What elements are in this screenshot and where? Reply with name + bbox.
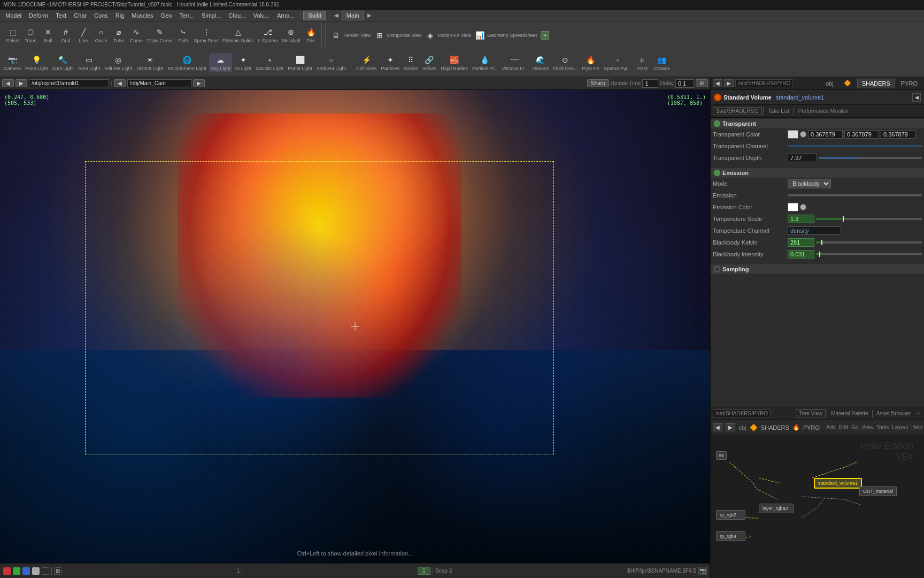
viewport-cam-next[interactable]: ▶ [193,79,205,87]
transparent-depth-input[interactable] [788,154,817,162]
toolbar-null[interactable]: ✕Null [40,26,57,44]
node-layout-btn[interactable]: Layout [892,424,908,430]
node-canvas[interactable]: Indie Edition VEX n6 [711,435,924,578]
emission-color-swatch[interactable] [788,203,798,211]
tab-shaders[interactable]: SHADERS [857,79,895,88]
node-layer-rgba2[interactable]: layer_rgba2 [759,504,794,513]
lights-camera[interactable]: 📷Camera [2,54,22,72]
tab-pyro[interactable]: PYRO [897,79,922,88]
node-small-1[interactable]: n6 [716,451,727,460]
viewport-settings-btn[interactable]: ⚙ [696,79,708,87]
toolbar-draw-curve[interactable]: ✎Draw Curve [145,26,174,44]
menu-terr[interactable]: Terr... [176,11,197,20]
performance-monitor-tab[interactable]: Performance Monitor [795,108,851,115]
node-view-btn[interactable]: View [861,424,873,430]
toolbar-motion-fx[interactable]: ◈ Motion FX View [423,29,473,42]
menu-rig[interactable]: Rig [112,11,128,20]
lights-spot[interactable]: 🔦Spot Light [51,54,76,72]
toolbar-curve[interactable]: ∿Curve [128,26,145,44]
kelvin-handle[interactable] [821,240,822,245]
intensity-input[interactable] [788,250,814,258]
color-swatch-green[interactable] [13,567,20,575]
lights-oceans[interactable]: 🌊Oceans [530,54,550,72]
node-tools-btn[interactable]: Tools [876,424,889,430]
menu-text[interactable]: Text [52,11,70,20]
lights-distant[interactable]: ☀Distant Light [135,54,165,72]
menu-cons[interactable]: Cons [91,11,111,20]
lights-area[interactable]: ▭Area Light [76,54,102,72]
node-rp-rgb4[interactable]: rp_rgb4 [716,531,745,541]
lights-crowds[interactable]: 👥Crowds [652,54,672,72]
toolbar-select[interactable]: ⬚Select [4,26,21,44]
lights-grains[interactable]: ⠿Grains [402,54,420,72]
temp-scale-handle[interactable] [843,216,844,222]
lights-fem[interactable]: ⌗FEM [634,54,651,72]
nav-arrow-left[interactable]: ◀ [334,12,338,18]
toolbar-render-view[interactable]: 🖥 Render View [329,29,372,42]
ipr-back-2[interactable]: ◀ [713,423,722,431]
node-help-btn[interactable]: Help [911,424,922,430]
node-pyro-tab[interactable]: PYRO [803,424,820,431]
quality-btn[interactable]: Sharp [587,79,609,87]
material-palette-tab[interactable]: Material Palette [828,410,871,417]
node-rp-rgb2[interactable]: rp_rgb2 [716,510,745,520]
sampling-section-header[interactable]: Sampling [711,264,924,274]
toolbar-path[interactable]: ⤷Path [175,26,192,44]
color-swatch-red[interactable] [3,567,11,575]
transparent-section-header[interactable]: Transparent [711,119,924,128]
toolbar-metaball[interactable]: ⊛Metaball [280,26,302,44]
nav-arrow-right[interactable]: ▶ [367,12,372,18]
next-btn[interactable]: ▶ [16,79,27,87]
transparent-color-swatch[interactable] [788,130,798,139]
emission-section-header[interactable]: Emission [711,168,924,178]
ipr-back-btn[interactable]: ◀ [713,79,722,87]
color-swatch-blue[interactable] [22,567,30,575]
node-shaders-tab[interactable]: SHADERS [761,424,789,431]
menu-main[interactable]: Main [342,11,364,20]
lights-ambient[interactable]: ○Ambient Light [315,54,348,72]
temp-scale-slider[interactable] [816,218,922,220]
sampling-toggle[interactable] [714,266,720,272]
node-obj-tab[interactable]: obj [738,424,746,431]
toolbar-circle[interactable]: ○Circle [93,26,110,44]
lights-vellum[interactable]: 🔗Vellum [420,54,438,72]
intensity-handle[interactable] [819,252,820,257]
emission-color-picker[interactable] [800,204,806,210]
lights-rigid[interactable]: 🧱Rigid Bodies [439,54,469,72]
node-go-btn[interactable]: Go [851,424,858,430]
lights-env[interactable]: 🌐Environment Light [166,54,208,72]
node-edit-btn[interactable]: Edit [839,424,848,430]
node-standard-volume1[interactable]: standard_volume1 [814,478,862,489]
kelvin-input[interactable] [788,238,814,247]
toolbar-tube[interactable]: ⌀Tube [110,26,127,44]
rop-path-input[interactable] [29,79,109,87]
lights-pyro[interactable]: 🔥Pyro FX [580,54,601,72]
lights-viscous[interactable]: 〰Viscous Fi... [500,54,530,72]
node-out-material[interactable]: OUT_material [859,486,897,496]
toolbar-platonic[interactable]: △Platonic Solids [221,26,256,44]
cam-path-input[interactable] [127,79,191,87]
menu-char[interactable]: Char [71,11,90,20]
toolbar-lsystem[interactable]: ⎇L-System [256,26,280,44]
toolbar-grid[interactable]: #Grid [57,26,74,44]
color-picker-btn[interactable] [800,131,806,138]
lights-caustic[interactable]: ⋆Caustic Light [254,54,285,72]
menu-geo[interactable]: Geo [158,11,175,20]
transparent-toggle[interactable] [714,120,720,127]
toolbar-composite-view[interactable]: ⊞ Composite View [373,29,424,42]
menu-build[interactable]: Build [303,11,326,20]
lights-fluid-con[interactable]: ⊙Fluid Con... [551,54,579,72]
lights-portal[interactable]: ⬜Portal Light [286,54,314,72]
ipr-fwd-2[interactable]: ▶ [726,423,735,431]
prev-btn[interactable]: ◀ [2,79,14,87]
toolbar-spray[interactable]: ⋮Spray Paint [192,26,221,44]
toolbar-fire[interactable]: 🔥Fire [302,26,319,44]
add-tab-btn[interactable]: + [914,410,922,417]
node-add-btn[interactable]: Add [826,424,836,430]
add-toolbar-item[interactable]: + [541,31,549,40]
update-time-input[interactable] [642,79,658,88]
sv-collapse-btn[interactable]: ◀ [912,93,921,102]
menu-volu[interactable]: Volu... [250,11,273,20]
emission-mode-select[interactable]: Blackbody [788,179,831,188]
lights-sky[interactable]: ☁Sky Light [209,54,232,72]
